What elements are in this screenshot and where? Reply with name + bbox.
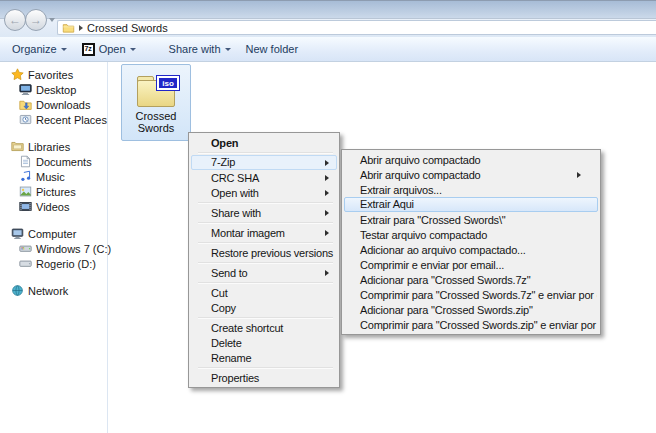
- menu-item-7-zip[interactable]: 7-Zip: [191, 155, 337, 170]
- sidebar-item-network[interactable]: Network: [0, 283, 107, 298]
- submenu-arrow-icon: [325, 190, 329, 196]
- submenu-item-adicionar-zip[interactable]: Adicionar para "Crossed Swords.zip": [344, 302, 598, 317]
- open-label: Open: [99, 43, 126, 55]
- breadcrumb-chevron-icon: [79, 25, 83, 31]
- hdd-windows-icon: [19, 242, 32, 255]
- menu-item-create-shortcut[interactable]: Create shortcut: [191, 320, 337, 335]
- recent-places-icon: [19, 113, 32, 126]
- submenu-item-adicionar-7z[interactable]: Adicionar para "Crossed Swords.7z": [344, 272, 598, 287]
- pictures-icon: [19, 185, 32, 198]
- sidebar-item-rogerio-d[interactable]: Rogerio (D:): [0, 256, 107, 271]
- sidebar-item-downloads[interactable]: Downloads: [0, 97, 107, 112]
- submenu-arrow-icon: [325, 160, 329, 166]
- menu-item-restore-previous-versions[interactable]: Restore previous versions: [191, 245, 337, 260]
- context-menu: Open 7-Zip CRC SHA Open with Share with …: [188, 132, 340, 388]
- sidebar-item-pictures[interactable]: Pictures: [0, 184, 107, 199]
- address-bar[interactable]: Crossed Swords: [57, 20, 656, 35]
- sidebar-item-documents[interactable]: Documents: [0, 154, 107, 169]
- menu-item-open[interactable]: Open: [191, 135, 337, 150]
- share-with-button[interactable]: Share with: [169, 43, 231, 55]
- sidebar-label: Network: [28, 285, 68, 297]
- organize-button[interactable]: Organize: [12, 43, 67, 55]
- submenu-arrow-icon: [325, 230, 329, 236]
- downloads-icon: [19, 98, 32, 111]
- menu-item-crc-sha[interactable]: CRC SHA: [191, 170, 337, 185]
- seven-zip-submenu: Abrir arquivo compactado Abrir arquivo c…: [341, 149, 601, 335]
- star-icon: [11, 68, 24, 81]
- sidebar-label: Videos: [36, 201, 69, 213]
- menu-separator: [198, 262, 333, 264]
- menu-item-open-with[interactable]: Open with: [191, 185, 337, 200]
- sidebar-label: Libraries: [28, 141, 70, 153]
- menu-item-montar-imagem[interactable]: Montar imagem: [191, 225, 337, 240]
- submenu-item-extrair-para-pasta[interactable]: Extrair para "Crossed Swords\": [344, 212, 598, 227]
- sidebar-label: Desktop: [36, 84, 76, 96]
- documents-icon: [19, 155, 32, 168]
- sidebar-item-desktop[interactable]: Desktop: [0, 82, 107, 97]
- chevron-down-icon: [225, 48, 231, 51]
- submenu-item-comprimir-zip-email[interactable]: Comprimir para "Crossed Swords.zip" e en…: [344, 317, 598, 332]
- submenu-item-extrair-aqui[interactable]: Extrair Aqui: [344, 197, 598, 212]
- submenu-arrow-icon: [577, 172, 581, 178]
- back-button[interactable]: ←: [4, 9, 26, 31]
- menu-item-cut[interactable]: Cut: [191, 285, 337, 300]
- sidebar-item-libraries[interactable]: Libraries: [0, 139, 107, 154]
- sidebar-item-computer[interactable]: Computer: [0, 226, 107, 241]
- explorer-window: ← → Crossed Swords Organize 7z Open Shar…: [0, 0, 656, 433]
- sidebar-label: Rogerio (D:): [36, 258, 96, 270]
- submenu-arrow-icon: [325, 270, 329, 276]
- submenu-item-abrir-arquivo-compactado-2[interactable]: Abrir arquivo compactado: [344, 167, 598, 182]
- submenu-item-comprimir-7z-email[interactable]: Comprimir para "Crossed Swords.7z" e env…: [344, 287, 598, 302]
- forward-button[interactable]: →: [25, 9, 47, 31]
- sidebar-item-favorites[interactable]: Favorites: [0, 67, 107, 82]
- menu-separator: [198, 367, 333, 369]
- menu-separator: [198, 202, 333, 204]
- menu-item-rename[interactable]: Rename: [191, 350, 337, 365]
- sidebar-item-windows7-c[interactable]: Windows 7 (C:): [0, 241, 107, 256]
- menu-separator: [198, 282, 333, 284]
- computer-icon: [11, 227, 24, 240]
- recent-pages-chevron-icon[interactable]: [49, 18, 55, 22]
- menu-item-send-to[interactable]: Send to: [191, 265, 337, 280]
- music-icon: [19, 170, 32, 183]
- menu-item-copy[interactable]: Copy: [191, 300, 337, 315]
- videos-icon: [19, 200, 32, 213]
- chevron-down-icon: [130, 48, 136, 51]
- share-with-label: Share with: [169, 43, 221, 55]
- forward-arrow-icon: →: [30, 13, 42, 27]
- breadcrumb[interactable]: Crossed Swords: [87, 22, 168, 34]
- desktop-icon: [19, 83, 32, 96]
- sidebar-label: Music: [36, 171, 65, 183]
- menu-item-share-with[interactable]: Share with: [191, 205, 337, 220]
- submenu-item-comprimir-enviar-email[interactable]: Comprimir e enviar por email...: [344, 257, 598, 272]
- hdd-icon: [19, 257, 32, 270]
- sidebar-item-videos[interactable]: Videos: [0, 199, 107, 214]
- sidebar-item-recent-places[interactable]: Recent Places: [0, 112, 107, 127]
- back-arrow-icon: ←: [9, 13, 21, 27]
- file-item-crossed-swords[interactable]: iso Crossed Swords: [121, 64, 191, 141]
- sidebar-label: Documents: [36, 156, 92, 168]
- menu-item-properties[interactable]: Properties: [191, 370, 337, 385]
- libraries-icon: [11, 140, 24, 153]
- title-bar: [0, 0, 656, 18]
- sidebar-item-music[interactable]: Music: [0, 169, 107, 184]
- submenu-arrow-icon: [325, 175, 329, 181]
- menu-item-delete[interactable]: Delete: [191, 335, 337, 350]
- navigation-pane: Favorites Desktop Downloads Recent Place…: [0, 62, 108, 433]
- new-folder-button[interactable]: New folder: [246, 43, 299, 55]
- menu-separator: [198, 222, 333, 224]
- organize-label: Organize: [12, 43, 57, 55]
- menu-separator: [198, 317, 333, 319]
- sidebar-label: Recent Places: [36, 114, 107, 126]
- command-toolbar: Organize 7z Open Share with New folder: [0, 37, 656, 62]
- sidebar-label: Favorites: [28, 69, 73, 81]
- submenu-item-abrir-arquivo-compactado-1[interactable]: Abrir arquivo compactado: [344, 152, 598, 167]
- network-icon: [11, 284, 24, 297]
- iso-badge: iso: [156, 75, 180, 91]
- submenu-item-adicionar-ao-arquivo-compactado[interactable]: Adicionar ao arquivo compactado...: [344, 242, 598, 257]
- sidebar-label: Pictures: [36, 186, 76, 198]
- menu-separator: [198, 152, 333, 154]
- open-button[interactable]: 7z Open: [82, 43, 136, 56]
- submenu-item-testar-arquivo-compactado[interactable]: Testar arquivo compactado: [344, 227, 598, 242]
- submenu-item-extrair-arquivos[interactable]: Extrair arquivos...: [344, 182, 598, 197]
